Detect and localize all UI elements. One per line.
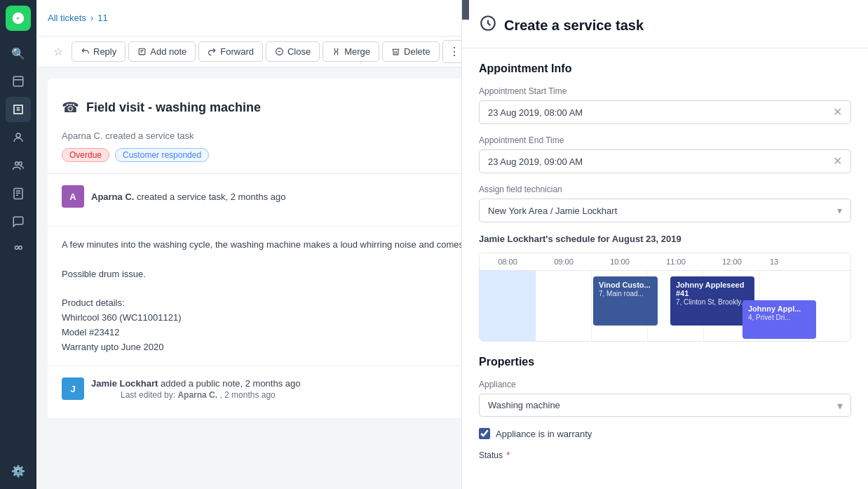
status-label: Status *: [479, 450, 851, 460]
phone-icon: ☎: [62, 99, 79, 116]
message-sub-3: Last edited by: Aparna C. , 2 months ago: [121, 390, 300, 400]
warranty-checkbox[interactable]: [479, 428, 490, 439]
overdue-badge: Overdue: [62, 148, 109, 162]
end-time-clear[interactable]: ✕: [833, 156, 842, 167]
event-johnny-purple-title: Johnny Appl...: [748, 304, 811, 313]
message-action-1: created a service task, 2 months ago: [137, 192, 285, 202]
event-johnny41[interactable]: Johnny Appleseed #41 7, Clinton St, Broo…: [670, 276, 754, 326]
svg-point-3: [19, 162, 22, 166]
end-time-value: 23 Aug 2019, 09:00 AM: [488, 156, 583, 167]
warranty-label[interactable]: Appliance is in warranty: [496, 429, 592, 439]
sidebar-item-search[interactable]: 🔍: [6, 41, 31, 66]
event-vinod-sub: 7, Main road...: [599, 290, 644, 297]
timeline-container: 08:00 09:00 10:00 11:00 12:00 13: [479, 253, 851, 342]
start-time-clear[interactable]: ✕: [833, 107, 842, 118]
merge-label: Merge: [344, 46, 370, 57]
time-label-1100: 11:00: [648, 257, 704, 266]
main-area: All tickets › 11 ☆ Reply Add note Forwar…: [36, 0, 868, 489]
start-time-value: 23 Aug 2019, 08:00 AM: [488, 107, 583, 118]
panel-header: Create a service task: [462, 0, 868, 48]
delete-button[interactable]: Delete: [382, 41, 440, 62]
time-label-0800: 08:00: [480, 257, 536, 266]
reply-icon: [81, 47, 90, 56]
time-label-1000: 10:00: [592, 257, 648, 266]
end-time-label: Appointment End Time: [479, 135, 851, 145]
event-johnny41-title: Johnny Appleseed #41: [676, 281, 749, 297]
svg-point-5: [15, 246, 19, 250]
panel-close-button[interactable]: ✕: [461, 0, 469, 20]
time-label-1200: 12:00: [704, 257, 760, 266]
forward-label: Forward: [220, 46, 254, 57]
message-meta-1: Aparna C. created a service task, 2 mont…: [91, 192, 285, 202]
panel-service-icon: [479, 14, 497, 36]
ticket-title: Field visit - washing machine: [86, 100, 261, 115]
events-overlay: Vinod Custo... 7, Main road... Johnny Ap…: [480, 271, 850, 341]
panel-title: Create a service task: [504, 18, 644, 34]
assign-chevron-icon: ▾: [837, 205, 842, 216]
sidebar-item-reports[interactable]: [6, 209, 31, 234]
event-vinod[interactable]: Vinod Custo... 7, Main road...: [593, 276, 658, 326]
sidebar-item-knowledge[interactable]: [6, 181, 31, 206]
svg-point-6: [19, 246, 22, 250]
forward-button[interactable]: Forward: [198, 41, 263, 62]
svg-point-2: [15, 162, 19, 166]
start-time-group: Appointment Start Time 23 Aug 2019, 08:0…: [479, 86, 851, 124]
add-note-button[interactable]: Add note: [128, 41, 196, 62]
start-time-input[interactable]: 23 Aug 2019, 08:00 AM ✕: [479, 100, 851, 124]
merge-button[interactable]: Merge: [323, 41, 379, 62]
status-group: Status *: [479, 450, 851, 460]
message-action-3: added a public note, 2 months ago: [161, 378, 300, 389]
time-label-0900: 09:00: [536, 257, 592, 266]
message-meta-3: Jamie Lockhart added a public note, 2 mo…: [91, 378, 300, 400]
right-panel: ✕ Create a service task Appointment Info…: [461, 0, 868, 489]
sidebar-item-contacts[interactable]: [6, 125, 31, 150]
properties-title: Properties: [479, 356, 851, 368]
svg-point-1: [16, 133, 20, 138]
appliance-select-wrapper: Washing machine Refrigerator Dishwasher …: [479, 394, 851, 417]
message-author-1: Aparna C.: [91, 192, 134, 202]
note-icon: [137, 47, 147, 56]
reply-button[interactable]: Reply: [72, 41, 126, 62]
forward-icon: [208, 47, 217, 56]
breadcrumb: All tickets › 11: [48, 13, 108, 23]
appliance-label: Appliance: [479, 380, 851, 389]
schedule-title: Jamie Lockhart's schedule for August 23,…: [479, 234, 851, 244]
sidebar-item-groups[interactable]: [6, 153, 31, 178]
start-time-label: Appointment Start Time: [479, 86, 851, 96]
close-label: Close: [287, 46, 311, 57]
avatar-aparna: A: [62, 185, 84, 208]
responded-badge: Customer responded: [115, 148, 209, 162]
ticket-number: 11: [97, 13, 107, 23]
sidebar-item-inbox[interactable]: [6, 69, 31, 94]
event-johnny-purple[interactable]: Johnny Appl... 4, Privet Dri...: [742, 300, 816, 339]
panel-body: Appointment Info Appointment Start Time …: [462, 48, 868, 478]
breadcrumb-separator: ›: [90, 13, 93, 23]
assign-tech-select[interactable]: New York Area / Jamie Lockhart ▾: [479, 199, 851, 222]
assign-tech-label: Assign field technician: [479, 185, 851, 194]
sidebar: 🔍 ⚙️: [0, 0, 36, 489]
avatar-jamie: J: [62, 377, 84, 400]
event-vinod-title: Vinod Custo...: [599, 281, 652, 289]
app-logo[interactable]: [6, 6, 31, 31]
appliance-select[interactable]: Washing machine Refrigerator Dishwasher …: [479, 394, 851, 417]
all-tickets-link[interactable]: All tickets: [48, 13, 86, 23]
assign-tech-value: New York Area / Jamie Lockhart: [488, 206, 617, 216]
appliance-group: Appliance Washing machine Refrigerator D…: [479, 380, 851, 417]
warranty-row: Appliance is in warranty: [479, 428, 851, 439]
appointment-info-section: Appointment Info Appointment Start Time …: [479, 62, 851, 342]
time-label-13: 13: [760, 257, 788, 266]
event-johnny41-sub: 7, Clinton St, Brookly...: [676, 298, 747, 306]
sidebar-item-analytics[interactable]: [6, 237, 31, 262]
close-button[interactable]: Close: [266, 41, 320, 62]
star-button[interactable]: ☆: [48, 41, 69, 62]
delete-icon: [391, 47, 400, 56]
sidebar-item-tickets[interactable]: [6, 97, 31, 122]
assign-tech-group: Assign field technician New York Area / …: [479, 185, 851, 222]
appointment-info-title: Appointment Info: [479, 62, 851, 75]
sidebar-item-settings[interactable]: ⚙️: [6, 458, 31, 483]
end-time-input[interactable]: 23 Aug 2019, 09:00 AM ✕: [479, 149, 851, 173]
properties-section: Properties Appliance Washing machine Ref…: [479, 356, 851, 460]
sidebar-bottom: ⚙️: [6, 458, 31, 483]
message-author-3: Jamie Lockhart: [91, 378, 158, 389]
end-time-group: Appointment End Time 23 Aug 2019, 09:00 …: [479, 135, 851, 173]
